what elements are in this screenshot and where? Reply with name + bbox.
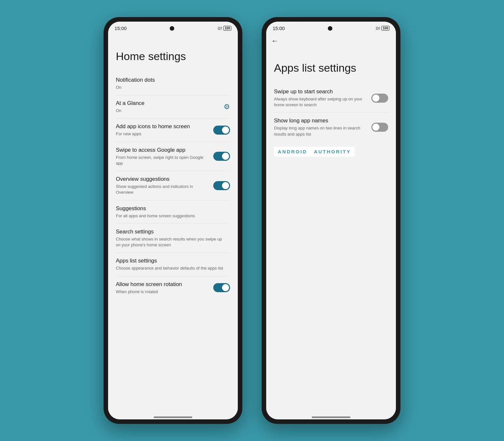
bottom-bar-1 xyxy=(154,416,192,418)
bottom-bar-2 xyxy=(312,416,350,418)
notification-dots-text: Notification dots On xyxy=(116,77,230,90)
swipe-google-item[interactable]: Swipe to access Google app From home scr… xyxy=(116,142,230,171)
overview-suggestions-knob xyxy=(222,182,229,189)
camera-hole-2 xyxy=(328,26,332,31)
allow-rotation-item[interactable]: Allow home screen rotation When phone is… xyxy=(116,276,230,299)
at-a-glance-subtitle: On xyxy=(116,108,220,114)
watermark-authority: AUTHORITY xyxy=(314,149,351,154)
apps-list-settings-item[interactable]: Apps list settings Choose appearance and… xyxy=(116,252,230,276)
notification-dots-item[interactable]: Notification dots On xyxy=(116,72,230,95)
overview-suggestions-text: Overview suggestions Show suggested acti… xyxy=(116,176,213,195)
swipe-google-title: Swipe to access Google app xyxy=(116,147,209,154)
time-1: 15:00 xyxy=(115,26,127,31)
home-settings-title: Home settings xyxy=(116,50,230,63)
overview-suggestions-item[interactable]: Overview suggestions Show suggested acti… xyxy=(116,171,230,200)
notification-dots-title: Notification dots xyxy=(116,77,226,84)
show-long-names-item[interactable]: Show long app names Display long app nam… xyxy=(274,112,388,141)
add-app-icons-item[interactable]: Add app icons to home screen For new app… xyxy=(116,118,230,141)
at-a-glance-text: At a Glance On xyxy=(116,100,224,114)
battery-2: 100 xyxy=(381,26,389,31)
at-a-glance-item[interactable]: At a Glance On ⚙ xyxy=(116,95,230,118)
show-long-names-subtitle: Display long app names on two lines in s… xyxy=(274,125,368,137)
phone-1-screen: 15:00 ⊙! 100 Home settings Notification … xyxy=(108,22,238,419)
watermark-android: ANDROID xyxy=(278,149,307,154)
allow-rotation-toggle[interactable] xyxy=(213,283,230,292)
show-long-names-knob xyxy=(372,124,379,131)
back-button[interactable]: ← xyxy=(271,37,278,45)
apps-list-settings-title: Apps list settings xyxy=(274,61,388,75)
battery-1: 100 xyxy=(223,26,231,31)
phone-1: 15:00 ⊙! 100 Home settings Notification … xyxy=(104,17,242,424)
swipe-google-text: Swipe to access Google app From home scr… xyxy=(116,147,213,166)
swipe-search-toggle[interactable] xyxy=(371,94,388,103)
swipe-google-subtitle: From home screen, swipe right to open Go… xyxy=(116,155,209,166)
add-app-icons-text: Add app icons to home screen For new app… xyxy=(116,123,213,137)
search-settings-title: Search settings xyxy=(116,228,226,235)
allow-rotation-title: Allow home screen rotation xyxy=(116,281,209,288)
phone-2-screen: 15:00 ⊙! 100 ← Apps list settings Swipe … xyxy=(266,22,396,419)
show-long-names-title: Show long app names xyxy=(274,117,368,124)
wifi-icon-2: ⊙! xyxy=(376,26,380,31)
phone-2: 15:00 ⊙! 100 ← Apps list settings Swipe … xyxy=(262,17,400,424)
overview-suggestions-toggle[interactable] xyxy=(213,181,230,190)
search-settings-item[interactable]: Search settings Choose what shows in sea… xyxy=(116,223,230,252)
status-bar-1: 15:00 ⊙! 100 xyxy=(108,22,238,34)
suggestions-subtitle: For all apps and home screen suggestions xyxy=(116,213,226,219)
search-settings-text: Search settings Choose what shows in sea… xyxy=(116,228,230,248)
swipe-search-item[interactable]: Swipe up to start search Always show key… xyxy=(274,84,388,112)
status-bar-2: 15:00 ⊙! 100 xyxy=(266,22,396,34)
swipe-search-text: Swipe up to start search Always show key… xyxy=(274,88,371,108)
allow-rotation-knob xyxy=(222,284,229,291)
suggestions-text: Suggestions For all apps and home screen… xyxy=(116,205,230,219)
camera-hole-1 xyxy=(170,26,174,31)
notification-dots-subtitle: On xyxy=(116,85,226,90)
at-a-glance-title: At a Glance xyxy=(116,100,220,107)
add-app-icons-title: Add app icons to home screen xyxy=(116,123,209,130)
add-app-icons-knob xyxy=(222,127,229,134)
time-2: 15:00 xyxy=(273,26,285,31)
status-icons-2: ⊙! 100 xyxy=(376,26,389,31)
swipe-search-subtitle: Always show keyboard after swiping up on… xyxy=(274,96,368,108)
show-long-names-toggle[interactable] xyxy=(371,123,388,132)
search-settings-subtitle: Choose what shows in search results when… xyxy=(116,236,226,248)
apps-list-settings-title: Apps list settings xyxy=(116,257,226,264)
add-app-icons-toggle[interactable] xyxy=(213,126,230,135)
overview-suggestions-subtitle: Show suggested actions and indicators in… xyxy=(116,184,209,195)
wifi-icon-1: ⊙! xyxy=(217,26,222,31)
allow-rotation-subtitle: When phone is rotated xyxy=(116,289,209,295)
swipe-search-knob xyxy=(372,95,379,102)
suggestions-title: Suggestions xyxy=(116,205,226,212)
home-settings-content: Home settings Notification dots On At a … xyxy=(108,34,238,414)
watermark-text: ANDROID AUTHORITY xyxy=(278,149,351,154)
watermark: ANDROID AUTHORITY xyxy=(274,147,355,157)
apps-list-settings-text: Apps list settings Choose appearance and… xyxy=(116,257,230,271)
phone-1-bottom xyxy=(108,414,238,419)
gear-icon-1[interactable]: ⚙ xyxy=(224,103,230,111)
back-bar: ← xyxy=(266,34,396,45)
apps-list-settings-subtitle: Choose appearance and behavior defaults … xyxy=(116,265,226,271)
overview-suggestions-title: Overview suggestions xyxy=(116,176,209,183)
swipe-google-knob xyxy=(222,153,229,160)
status-icons-1: ⊙! 100 xyxy=(217,26,231,31)
apps-list-settings-content: Apps list settings Swipe up to start sea… xyxy=(266,45,396,414)
suggestions-item[interactable]: Suggestions For all apps and home screen… xyxy=(116,200,230,223)
phone-2-bottom xyxy=(266,414,396,419)
show-long-names-text: Show long app names Display long app nam… xyxy=(274,117,371,137)
swipe-google-toggle[interactable] xyxy=(213,152,230,161)
allow-rotation-text: Allow home screen rotation When phone is… xyxy=(116,281,213,295)
swipe-search-title: Swipe up to start search xyxy=(274,88,368,95)
add-app-icons-subtitle: For new apps xyxy=(116,131,209,137)
